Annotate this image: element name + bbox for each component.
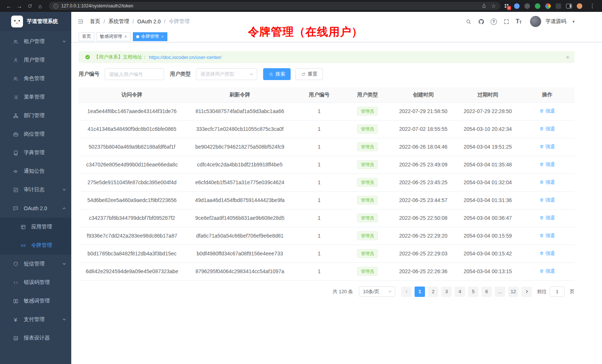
chevron-right-icon (525, 289, 529, 294)
page-button-4[interactable]: 4 (455, 287, 465, 297)
sidebar-item-menu[interactable]: 菜单管理 (0, 88, 71, 106)
next-page-button[interactable] (521, 287, 532, 297)
github-icon[interactable] (478, 19, 484, 25)
table-body: 1ea5e44f8bc1467aaede43144f31de76 811c530… (79, 102, 575, 280)
sidebar-item-error-code[interactable]: 错误码管理 (0, 273, 71, 292)
force-logout-button[interactable]: 强退 (539, 126, 555, 132)
cell-access-token: c347026e805e4d99b0d116eae66eda8c (79, 156, 185, 173)
user-avatar[interactable] (530, 16, 541, 27)
sidebar-item-audit-log[interactable]: 审计日志 (0, 181, 71, 199)
table-header-row: 访问令牌 刷新令牌 用户编号 用户类型 创建时间 过期时间 操作 (79, 87, 575, 102)
sidebar-item-dept[interactable]: 部门管理 (0, 106, 71, 125)
extensions-grid-icon[interactable]: 0 (504, 3, 509, 9)
address-bar[interactable]: i 127.0.0.1:1024/system/oauth2/token ☆ (49, 2, 500, 10)
sidebar-item-user[interactable]: 用户管理 (0, 51, 71, 69)
force-logout-button[interactable]: 强退 (539, 161, 555, 168)
sidebar-item-post[interactable]: 岗位管理 (0, 125, 71, 143)
user-id-input[interactable] (105, 68, 164, 80)
page-button-5[interactable]: 5 (468, 287, 478, 297)
bookmark-star-icon[interactable]: ☆ (491, 3, 496, 9)
tab-sensitive-word[interactable]: 敏感词管理 (96, 32, 131, 41)
sidebar-item-dict[interactable]: 字典管理 (0, 143, 71, 162)
user-type-select[interactable]: 请选择用户类型 (196, 68, 257, 80)
cell-actions: 强退 (520, 209, 575, 227)
breadcrumb: 首页 / 系统管理 / OAuth 2.0 / 令牌管理 (90, 18, 190, 25)
sidebar-item-token-mgmt[interactable]: 令牌管理 (0, 236, 71, 255)
share-icon[interactable] (481, 3, 487, 9)
side-panel-icon[interactable] (566, 4, 572, 9)
breadcrumb-system[interactable]: 系统管理 (108, 18, 129, 25)
page-button-2[interactable]: 2 (428, 287, 438, 297)
sidebar-item-role[interactable]: 角色管理 (0, 69, 71, 88)
back-icon[interactable]: ← (4, 1, 14, 11)
sidebar-item-app-mgmt[interactable]: 应用管理 (0, 218, 71, 236)
page-more-button[interactable]: ... (495, 287, 505, 297)
fullscreen-icon[interactable] (503, 19, 510, 25)
extension-color-icon[interactable] (545, 3, 551, 9)
table-row: 275e5de9151045fe87cbdc395e004f4d e6cfd40… (79, 173, 575, 191)
page-size-select[interactable]: 10条/页 (359, 287, 395, 297)
sidebar-item-report-designer[interactable]: 报表设计器 (0, 329, 71, 347)
force-logout-button[interactable]: 强退 (539, 108, 555, 115)
caret-down-icon[interactable]: ▾ (572, 19, 575, 24)
cell-user-type: 管理员 (344, 120, 391, 138)
home-icon[interactable]: ⌂ (35, 1, 45, 11)
tab-token-mgmt[interactable]: 令牌管理 (133, 32, 167, 41)
extension-badge: 0 (507, 6, 511, 10)
trash-icon (539, 233, 544, 238)
font-size-icon[interactable]: TT (516, 19, 522, 24)
force-logout-button[interactable]: 强退 (539, 143, 555, 150)
filter-bar: 用户编号 用户类型 请选择用户类型 搜索 重置 (79, 68, 575, 80)
close-icon[interactable] (124, 35, 127, 38)
user-type-badge: 管理员 (357, 196, 378, 205)
sidebar-item-payment[interactable]: ¥ 支付管理 (0, 310, 71, 329)
cell-user-type: 管理员 (344, 156, 391, 173)
reload-icon[interactable] (24, 1, 35, 11)
search-icon[interactable] (465, 19, 472, 25)
sidebar-item-notice[interactable]: 通知公告 (0, 162, 71, 181)
extension-dark2-icon[interactable] (556, 3, 561, 9)
force-logout-button[interactable]: 强退 (539, 268, 555, 275)
extension-green-icon[interactable] (535, 3, 540, 9)
sidebar-item-tenant[interactable]: 租户管理 (0, 32, 71, 51)
site-info-icon[interactable]: i (53, 4, 58, 9)
cell-user-id: 1 (294, 120, 344, 138)
breadcrumb-home[interactable]: 首页 (90, 18, 100, 25)
browser-profile-avatar[interactable] (577, 3, 582, 9)
tab-home[interactable]: 首页 (79, 32, 94, 41)
sidebar-item-sensitive-word[interactable]: 敏感词管理 (0, 292, 71, 310)
help-icon[interactable]: ? (491, 19, 497, 25)
reset-button[interactable]: 重置 (295, 68, 323, 80)
browser-menu-icon[interactable]: ⋮ (587, 1, 598, 11)
grid-glyph (505, 4, 506, 6)
app-logo[interactable]: 芋道管理系统 (0, 12, 71, 31)
close-icon[interactable] (161, 35, 164, 38)
breadcrumb-oauth[interactable]: OAuth 2.0 (137, 19, 161, 24)
page-button-1[interactable]: 1 (415, 287, 425, 297)
screen: ← → ⌂ i 127.0.0.1:1024/system/oauth2/tok… (0, 0, 602, 364)
alert-close-icon[interactable] (566, 55, 570, 59)
force-logout-button[interactable]: 强退 (539, 179, 555, 186)
extension-dark-icon[interactable] (524, 3, 530, 9)
sidebar-item-oauth[interactable]: OAuth 2.0 (0, 199, 71, 218)
page-button-12[interactable]: 12 (508, 287, 518, 297)
goto-page-input[interactable] (550, 287, 565, 297)
force-logout-button[interactable]: 强退 (539, 232, 555, 239)
force-logout-button[interactable]: 强退 (539, 250, 555, 257)
doc-alert: 【用户体系】文档地址： https://doc.iocoder.cn/user-… (79, 51, 575, 63)
force-logout-button[interactable]: 强退 (539, 197, 555, 203)
logo-image (11, 16, 23, 27)
extension-blue-icon[interactable] (514, 3, 520, 9)
page-button-6[interactable]: 6 (481, 287, 492, 297)
broadcast-icon (20, 243, 26, 248)
sidebar-toggle-icon[interactable] (77, 18, 84, 25)
search-button[interactable]: 搜索 (263, 68, 291, 80)
username[interactable]: 芋道源码 (545, 18, 566, 25)
doc-link[interactable]: https://doc.iocoder.cn/user-center/ (149, 54, 222, 60)
page-button-3[interactable]: 3 (441, 287, 452, 297)
forward-icon[interactable]: → (14, 1, 24, 11)
force-logout-button[interactable]: 强退 (539, 215, 555, 221)
cell-created-time: 2022-06-26 18:04:46 (391, 138, 456, 156)
prev-page-button[interactable] (401, 287, 412, 297)
sidebar-item-sms[interactable]: 短信管理 (0, 255, 71, 273)
